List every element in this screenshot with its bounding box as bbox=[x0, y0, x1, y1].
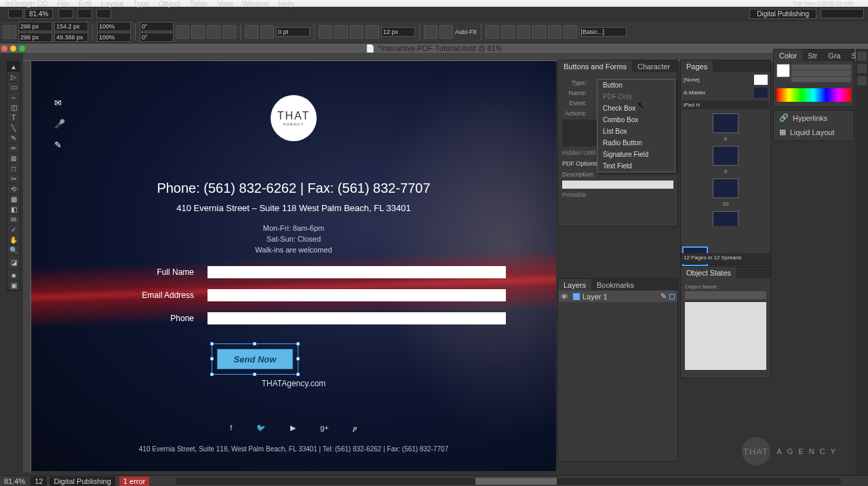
effects-icon[interactable] bbox=[319, 25, 332, 39]
fit-content-icon[interactable] bbox=[424, 25, 437, 39]
dropdown-button[interactable]: Button bbox=[597, 79, 675, 91]
object-name-input[interactable] bbox=[685, 291, 766, 299]
fill-stroke-icon[interactable]: ◪ bbox=[7, 255, 20, 270]
align-right-icon[interactable] bbox=[517, 25, 530, 39]
eyedropper-tool[interactable]: ✓ bbox=[7, 225, 20, 235]
align-middle-icon[interactable] bbox=[548, 25, 561, 39]
menu-table[interactable]: Table bbox=[190, 0, 208, 7]
rotate-cw-icon[interactable] bbox=[176, 25, 189, 39]
none-master[interactable]: [None] bbox=[684, 77, 700, 83]
handle-bl[interactable] bbox=[210, 373, 214, 376]
apply-color-icon[interactable]: ■ bbox=[7, 270, 20, 280]
stroke-swatch-icon[interactable] bbox=[260, 25, 274, 39]
handle-tl[interactable] bbox=[210, 342, 214, 345]
slider-m[interactable] bbox=[791, 71, 851, 76]
flip-h-icon[interactable] bbox=[207, 25, 220, 39]
y-field[interactable]: 296 px bbox=[18, 33, 52, 42]
screen-mode-tool[interactable]: ▣ bbox=[7, 280, 20, 291]
shear-field[interactable]: 0° bbox=[140, 33, 174, 42]
gap-tool[interactable]: ↔ bbox=[7, 92, 20, 102]
tab-stroke[interactable]: Str bbox=[802, 50, 823, 61]
color-spectrum[interactable] bbox=[776, 88, 851, 102]
document-canvas[interactable]: ✉ 🎤 ✎ THAT AGENCY Phone: (561) 832-6262 … bbox=[31, 61, 556, 471]
description-input[interactable] bbox=[562, 181, 673, 189]
scale-y-field[interactable]: 100% bbox=[97, 33, 131, 42]
menu-help[interactable]: Help bbox=[279, 0, 294, 7]
preflight-error[interactable]: 1 error bbox=[119, 476, 149, 486]
reference-point-icon[interactable] bbox=[3, 25, 16, 39]
slider-c[interactable] bbox=[791, 64, 851, 70]
scale-x-field[interactable]: 100% bbox=[97, 22, 131, 31]
minimize-icon[interactable] bbox=[10, 45, 16, 52]
align-top-icon[interactable] bbox=[532, 25, 546, 39]
dropdown-textfield[interactable]: Text Field bbox=[597, 160, 675, 172]
tab-layers[interactable]: Layers bbox=[558, 279, 591, 291]
align-center-icon[interactable] bbox=[501, 25, 515, 39]
close-icon[interactable] bbox=[1, 45, 7, 52]
workspace-status[interactable]: Digital Publishing bbox=[50, 476, 115, 486]
tab-character[interactable]: Character bbox=[632, 60, 675, 72]
scroll-thumb[interactable] bbox=[475, 478, 557, 485]
opacity-icon[interactable] bbox=[334, 25, 348, 39]
pen-tool[interactable]: ✎ bbox=[7, 133, 20, 143]
object-style-select[interactable]: [Basic...] bbox=[579, 27, 627, 37]
scissors-tool[interactable]: ✂ bbox=[7, 174, 20, 184]
send-button[interactable]: Send Now bbox=[217, 349, 293, 369]
handle-tr[interactable] bbox=[296, 342, 300, 345]
bridge-icon[interactable] bbox=[8, 9, 23, 18]
view-options-icon[interactable] bbox=[58, 9, 73, 18]
menu-file[interactable]: File bbox=[57, 0, 69, 7]
zoom-tool[interactable]: 🔍 bbox=[7, 245, 20, 255]
handle-br[interactable] bbox=[296, 373, 300, 376]
fullname-input[interactable] bbox=[208, 266, 506, 278]
fill-swatch-icon[interactable] bbox=[245, 25, 258, 39]
slider-y[interactable] bbox=[791, 77, 851, 82]
autofit-label[interactable]: Auto-Fit bbox=[455, 29, 477, 35]
printable-checkbox[interactable]: Printable bbox=[562, 191, 673, 198]
search-input[interactable] bbox=[821, 9, 864, 18]
states-list[interactable] bbox=[685, 302, 766, 370]
dropdown-signature[interactable]: Signature Field bbox=[597, 149, 675, 160]
handle-bc[interactable] bbox=[253, 373, 256, 376]
horizontal-scrollbar[interactable] bbox=[176, 478, 841, 485]
page-thumbs-list[interactable]: 8 9 10 11 12 bbox=[682, 111, 769, 226]
page-thumb-9[interactable] bbox=[713, 146, 738, 166]
menu-window[interactable]: Window bbox=[243, 0, 269, 7]
strip-icon-3[interactable] bbox=[857, 76, 867, 86]
menu-edit[interactable]: Edit bbox=[79, 0, 92, 7]
liquid-layout-panel-button[interactable]: ▦Liquid Layout bbox=[774, 125, 854, 139]
gradient-swatch-tool[interactable]: ▦ bbox=[7, 194, 20, 204]
tab-pages[interactable]: Pages bbox=[681, 60, 713, 72]
page-thumb-11[interactable] bbox=[713, 211, 738, 226]
content-collector-tool[interactable]: ◫ bbox=[7, 102, 20, 113]
tab-gradient[interactable]: Gra bbox=[823, 50, 846, 61]
hand-tool[interactable]: ✋ bbox=[7, 235, 20, 245]
selection-tool[interactable]: ▲ bbox=[7, 62, 20, 72]
document-tab[interactable]: *Interactive-PDF-Tutorial.indd @ 81% bbox=[378, 44, 502, 52]
align-bottom-icon[interactable] bbox=[564, 25, 577, 39]
page-tool[interactable]: ▭ bbox=[7, 82, 20, 92]
rotate-ccw-icon[interactable] bbox=[191, 25, 205, 39]
gap-field[interactable]: 12 px bbox=[381, 27, 415, 37]
a-master[interactable]: A-Master bbox=[684, 90, 705, 96]
layer-target-icon[interactable] bbox=[669, 294, 675, 299]
free-transform-tool[interactable]: ⟲ bbox=[7, 184, 20, 194]
flip-v-icon[interactable] bbox=[222, 25, 236, 39]
none-thumb[interactable] bbox=[754, 75, 768, 85]
note-tool[interactable]: ✉ bbox=[7, 214, 20, 225]
corners-icon[interactable] bbox=[366, 25, 379, 39]
dropdown-checkbox[interactable]: Check Box bbox=[597, 102, 675, 114]
phone-input[interactable] bbox=[208, 312, 506, 324]
pencil-tool[interactable]: ✏ bbox=[7, 143, 20, 153]
tab-bookmarks[interactable]: Bookmarks bbox=[591, 279, 639, 291]
handle-ml[interactable] bbox=[210, 357, 214, 360]
menu-type[interactable]: Type bbox=[133, 0, 149, 7]
tab-color[interactable]: Color bbox=[774, 50, 802, 61]
page-nav[interactable]: 12 bbox=[31, 476, 47, 486]
fill-proxy-icon[interactable] bbox=[776, 64, 790, 77]
tab-object-states[interactable]: Object States bbox=[681, 267, 736, 278]
type-tool[interactable]: T bbox=[7, 113, 20, 123]
gradient-feather-tool[interactable]: ◧ bbox=[7, 204, 20, 214]
zoom-readout[interactable]: 81.4% bbox=[0, 477, 29, 485]
h-field[interactable]: 49.386 px bbox=[54, 33, 88, 42]
